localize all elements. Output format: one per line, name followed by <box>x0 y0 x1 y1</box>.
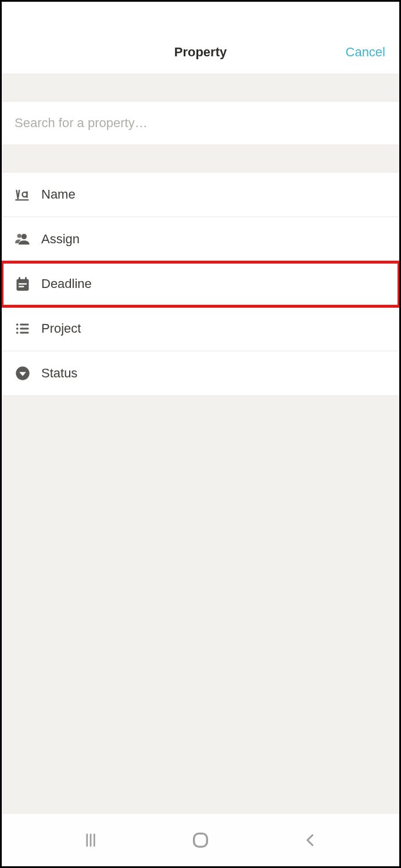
back-icon[interactable] <box>302 831 319 849</box>
property-label: Status <box>41 366 77 381</box>
property-label: Project <box>41 321 81 336</box>
calendar-icon <box>15 276 31 292</box>
home-icon[interactable] <box>191 830 210 850</box>
svg-rect-12 <box>20 332 28 333</box>
svg-rect-10 <box>20 327 28 329</box>
search-input[interactable] <box>15 116 386 131</box>
property-label: Assign <box>41 232 80 247</box>
search-row[interactable] <box>2 101 399 145</box>
svg-rect-4 <box>25 277 27 280</box>
svg-point-11 <box>16 332 19 334</box>
svg-point-1 <box>17 234 22 238</box>
header: Property Cancel <box>2 2 399 74</box>
property-label: Name <box>41 187 76 202</box>
people-icon <box>15 231 31 247</box>
spacer <box>2 145 399 172</box>
property-item-deadline[interactable]: Deadline <box>2 262 399 307</box>
property-item-assign[interactable]: Assign <box>2 217 399 262</box>
svg-rect-8 <box>20 323 28 325</box>
svg-rect-17 <box>194 834 207 847</box>
property-list: Name Assign Deadline <box>2 172 399 396</box>
cancel-button[interactable]: Cancel <box>346 45 385 60</box>
text-icon <box>15 186 31 203</box>
svg-point-0 <box>22 234 27 239</box>
svg-point-9 <box>16 327 19 330</box>
svg-point-7 <box>16 323 19 326</box>
android-nav-bar <box>2 814 399 866</box>
page-title: Property <box>174 45 227 60</box>
svg-rect-5 <box>19 283 27 284</box>
spacer <box>2 74 399 101</box>
svg-rect-3 <box>19 277 20 280</box>
property-label: Deadline <box>41 276 92 291</box>
property-item-name[interactable]: Name <box>2 172 399 217</box>
svg-rect-6 <box>19 286 24 287</box>
dropdown-icon <box>15 365 31 381</box>
recents-icon[interactable] <box>82 831 99 849</box>
property-item-status[interactable]: Status <box>2 351 399 396</box>
property-item-project[interactable]: Project <box>2 307 399 351</box>
list-icon <box>15 320 31 337</box>
svg-rect-2 <box>17 279 29 291</box>
